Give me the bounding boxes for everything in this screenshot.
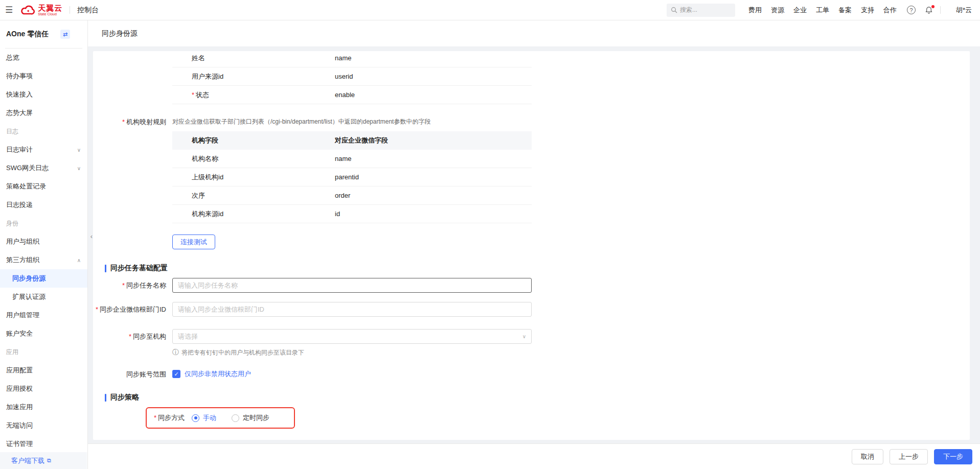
nav-item-cooperation[interactable]: 合作	[883, 6, 897, 15]
console-link[interactable]: 控制台	[77, 6, 99, 15]
sidebar-item-users-orgs[interactable]: 用户与组织	[0, 232, 87, 251]
required-mark: *	[122, 118, 125, 126]
chevron-down-icon: ∨	[522, 334, 526, 339]
nav-item-support[interactable]: 支持	[861, 6, 874, 15]
section-basic-config: 同步任务基础配置	[105, 264, 970, 273]
help-icon[interactable]: ?	[907, 6, 916, 14]
next-step-button[interactable]: 下一步	[934, 449, 972, 464]
sidebar-item-certificate-management[interactable]: 证书管理	[0, 435, 87, 453]
sidebar-item-todo[interactable]: 待办事项	[0, 67, 87, 85]
info-icon: ⓘ	[172, 348, 179, 357]
search-input[interactable]: 搜索...	[667, 4, 735, 17]
sidebar-item-app-config[interactable]: 应用配置	[0, 361, 87, 380]
main-content: 同步身份源 姓名 name 用户来源id userid *状态 enable *…	[88, 20, 980, 469]
sidebar-item-situation-screen[interactable]: 态势大屏	[0, 104, 87, 122]
radio-manual[interactable]	[192, 414, 199, 422]
header-divider	[70, 6, 70, 14]
sidebar-section-logs: 日志	[0, 122, 87, 140]
table-header-row: 机构字段 对应企业微信字段	[172, 131, 532, 150]
table-row: 姓名 name	[172, 51, 532, 67]
top-nav: 费用 资源 企业 工单 备案 支持 合作	[748, 6, 897, 15]
select-placeholder: 请选择	[178, 332, 198, 341]
nav-item-icp-filing[interactable]: 备案	[838, 6, 852, 15]
sidebar-item-log-delivery[interactable]: 日志投递	[0, 196, 87, 214]
notification-badge	[931, 5, 935, 8]
sidebar-item-quick-access[interactable]: 快速接入	[0, 85, 87, 104]
radio-scheduled-label[interactable]: 定时同步	[243, 413, 269, 423]
sidebar-item-accelerated-apps[interactable]: 加速应用	[0, 398, 87, 416]
required-mark: *	[129, 333, 131, 340]
sidebar-section-applications: 应用	[0, 343, 87, 361]
brand-name: 天翼云	[38, 4, 62, 12]
brand-subtitle: State Cloud	[38, 12, 62, 16]
radio-scheduled[interactable]	[232, 414, 239, 422]
radio-manual-label[interactable]: 手动	[203, 413, 216, 423]
sidebar-item-sync-identity-source[interactable]: 同步身份源	[0, 269, 87, 288]
sidebar-item-overview[interactable]: 总览	[0, 49, 87, 67]
sync-org-hint: ⓘ 将把专有钉钉中的用户与机构同步至该目录下	[172, 348, 970, 357]
sidebar-item-log-audit[interactable]: 日志审计∨	[0, 140, 87, 159]
top-header: ☰ 天翼云 State Cloud 控制台 搜索... 费用 资源 企业 工单 …	[0, 0, 980, 20]
sidebar: AOne 零信任 ⇄ 总览 待办事项 快速接入 态势大屏 日志 日志审计∨ SW…	[0, 20, 88, 469]
search-placeholder: 搜索...	[680, 6, 697, 14]
form-card: 姓名 name 用户来源id userid *状态 enable *机构映射规则…	[93, 51, 970, 440]
hamburger-menu-icon[interactable]: ☰	[5, 6, 13, 14]
header-divider	[940, 6, 941, 14]
sidebar-item-policy-handling-records[interactable]: 策略处置记录	[0, 177, 87, 196]
sidebar-title: AOne 零信任 ⇄	[0, 20, 87, 48]
client-download-link[interactable]: 客户端下载 ⧉	[0, 452, 87, 469]
sync-org-select[interactable]: 请选择 ∨	[172, 329, 532, 344]
account-scope-option-label[interactable]: 仅同步非禁用状态用户	[185, 369, 251, 379]
sidebar-item-swg-gateway-logs[interactable]: SWG网关日志∨	[0, 159, 87, 177]
switch-app-icon[interactable]: ⇄	[60, 30, 70, 39]
sidebar-item-account-security[interactable]: 账户安全	[0, 324, 87, 343]
chevron-down-icon: ∨	[77, 166, 81, 171]
table-row: 机构来源id id	[172, 205, 532, 223]
section-bar	[105, 265, 106, 272]
user-field-mapping-table: 姓名 name 用户来源id userid *状态 enable	[172, 51, 532, 104]
footer-action-bar: 取消 上一步 下一步	[88, 443, 980, 469]
task-name-input[interactable]	[172, 278, 532, 293]
section-sync-policy: 同步策略	[105, 393, 970, 402]
root-dept-id-input[interactable]	[172, 302, 532, 317]
required-mark: *	[154, 414, 156, 421]
nav-item-billing[interactable]: 费用	[748, 6, 762, 15]
sidebar-item-extended-auth-source[interactable]: 扩展认证源	[0, 288, 87, 306]
external-link-icon: ⧉	[47, 457, 51, 464]
org-mapping-description: 对应企业微信获取子部门接口列表（/cgi-bin/department/list…	[172, 118, 532, 126]
required-mark: *	[192, 91, 194, 99]
tianyi-cloud-logo[interactable]: 天翼云 State Cloud	[20, 4, 62, 16]
nav-item-enterprise[interactable]: 企业	[793, 6, 807, 15]
table-row: 用户来源id userid	[172, 67, 532, 86]
nav-item-work-order[interactable]: 工单	[816, 6, 829, 15]
sidebar-item-clientless-access[interactable]: 无端访问	[0, 416, 87, 435]
table-row: 次序 order	[172, 186, 532, 205]
org-mapping-rule-row: *机构映射规则 对应企业微信获取子部门接口列表（/cgi-bin/departm…	[93, 118, 970, 223]
sync-mode-highlight-box: *同步方式 手动 定时同步	[146, 407, 295, 429]
task-name-row: *同步任务名称	[93, 278, 970, 293]
org-field-mapping-table: 机构字段 对应企业微信字段 机构名称 name 上级机构id parentid …	[172, 131, 532, 223]
username[interactable]: 胡*云	[956, 6, 972, 15]
required-mark: *	[96, 306, 98, 313]
table-row: 机构名称 name	[172, 150, 532, 168]
page-title: 同步身份源	[88, 20, 980, 47]
chevron-up-icon: ∧	[77, 257, 81, 263]
prev-step-button[interactable]: 上一步	[890, 449, 928, 464]
sidebar-item-user-group-management[interactable]: 用户组管理	[0, 306, 87, 324]
sync-org-row: *同步至机构 请选择 ∨	[93, 329, 970, 344]
chevron-down-icon: ∨	[77, 147, 81, 153]
test-connection-button[interactable]: 连接测试	[172, 235, 215, 249]
notification-bell-icon[interactable]	[925, 6, 933, 14]
nav-item-resources[interactable]: 资源	[771, 6, 784, 15]
search-icon	[671, 7, 677, 13]
cancel-button[interactable]: 取消	[852, 449, 883, 464]
account-scope-checkbox[interactable]: ✓	[172, 370, 180, 378]
required-mark: *	[122, 282, 125, 289]
sidebar-item-third-party-org[interactable]: 第三方组织∧	[0, 251, 87, 269]
cloud-logo-icon	[20, 5, 36, 15]
sidebar-item-app-authorization[interactable]: 应用授权	[0, 380, 87, 398]
table-row: 上级机构id parentid	[172, 168, 532, 186]
sidebar-collapse-handle[interactable]: ‹	[87, 229, 96, 243]
account-scope-row: 同步账号范围 ✓ 仅同步非禁用状态用户	[93, 369, 970, 379]
sidebar-section-identity: 身份	[0, 214, 87, 232]
